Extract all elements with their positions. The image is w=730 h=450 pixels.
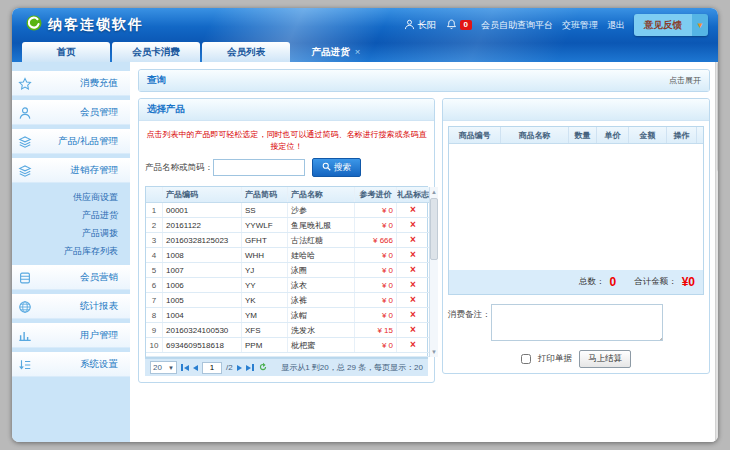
product-cell: SS: [242, 203, 288, 217]
product-cell: 泳圈: [288, 263, 355, 277]
cart-body: 商品编号商品名称数量单价金额操作 总数： 0 合计金额： ¥0 消费: [443, 120, 709, 373]
product-table: 产品编码产品简码产品名称参考进价礼品标志100001SS沙参¥ 0×220161…: [145, 186, 428, 358]
gift-flag-cell: ×: [397, 278, 429, 292]
sidebar-item-6[interactable]: 用户管理: [12, 323, 130, 348]
instruction-text: 点击列表中的产品即可轻松选定，同时也可以通过简码、名称进行搜索或条码直接定位！: [145, 129, 428, 153]
feedback-button[interactable]: 意见反馈 ▼: [634, 14, 708, 36]
checkout-button[interactable]: 马上结算: [579, 350, 631, 368]
product-cell: 00001: [163, 203, 242, 217]
product-cell: 1008: [163, 248, 242, 262]
prev-page-button[interactable]: [193, 365, 198, 371]
search-input[interactable]: [213, 159, 305, 176]
gift-flag-cell: ×: [397, 323, 429, 337]
cart-column-header: 金额: [629, 127, 667, 143]
sidebar-item-label: 产品/礼品管理: [38, 135, 130, 148]
main-area: 查询 点击展开 选择产品 点击列表中的产品即可轻松选定，同时也可以通过简码、名称…: [130, 62, 715, 442]
first-page-button[interactable]: [181, 364, 189, 371]
search-icon: [322, 162, 331, 173]
cart-panel: 商品编号商品名称数量单价金额操作 总数： 0 合计金额： ¥0 消费: [442, 98, 710, 374]
sidebar-item-0[interactable]: 消费充值: [12, 71, 130, 96]
query-panel: 查询 点击展开: [138, 69, 710, 92]
product-cell: 20161122: [163, 218, 242, 232]
product-row-4[interactable]: 41008WHH娃哈哈¥ 0×: [146, 248, 429, 263]
product-cell: 1006: [163, 278, 242, 292]
column-header: 产品名称: [288, 187, 355, 202]
product-cell: ¥ 0: [355, 203, 397, 217]
product-row-6[interactable]: 61006YY泳衣¥ 0×: [146, 278, 429, 293]
logo-area: 纳客连锁软件: [26, 15, 144, 35]
app-title: 纳客连锁软件: [48, 16, 144, 34]
sidebar-item-3[interactable]: 进销存管理: [12, 158, 130, 183]
submenu-item-0[interactable]: 供应商设置: [12, 188, 130, 206]
column-header: 产品编码: [163, 187, 242, 202]
nav-link-shift-manage[interactable]: 交班管理: [562, 19, 598, 32]
product-cell: ¥ 0: [355, 308, 397, 322]
print-receipt-checkbox[interactable]: [521, 354, 531, 364]
tab-close-icon[interactable]: ×: [355, 46, 361, 57]
current-user[interactable]: 长阳: [404, 19, 437, 32]
submenu-item-3[interactable]: 产品库存列表: [12, 242, 130, 260]
submenu-item-1[interactable]: 产品进货: [12, 206, 130, 224]
product-cell: ¥ 0: [355, 338, 397, 352]
star-icon: [12, 77, 38, 91]
scroll-thumb[interactable]: [430, 198, 438, 260]
product-cell: 8: [146, 308, 163, 322]
sidebar-item-7[interactable]: 系统设置: [12, 352, 130, 377]
sidebar-item-1[interactable]: 会员管理: [12, 100, 130, 125]
page-number-input[interactable]: [202, 362, 222, 374]
notification-area[interactable]: 0: [446, 19, 472, 32]
query-panel-header[interactable]: 查询 点击展开: [139, 70, 709, 91]
last-page-button[interactable]: [246, 364, 254, 371]
sidebar-item-2[interactable]: 产品/礼品管理: [12, 129, 130, 154]
page-scrollbar[interactable]: [715, 62, 718, 442]
nav-link-logout[interactable]: 退出: [607, 19, 625, 32]
layers-icon: [12, 164, 38, 178]
product-cell: 6934609518618: [163, 338, 242, 352]
cart-header-filler: [697, 127, 703, 143]
next-page-button[interactable]: [237, 365, 242, 371]
nav-link-self-service[interactable]: 会员自助查询平台: [481, 19, 553, 32]
search-button[interactable]: 搜索: [312, 158, 361, 177]
print-receipt-label: 打印单据: [538, 353, 572, 365]
sidebar-item-label: 用户管理: [38, 329, 130, 342]
product-cell: 10: [146, 338, 163, 352]
scroll-up-icon[interactable]: ▲: [431, 187, 437, 197]
product-row-7[interactable]: 71005YK泳裤¥ 0×: [146, 293, 429, 308]
search-row: 产品名称或简码： 搜索: [145, 158, 428, 177]
remark-row: 消费备注：: [448, 304, 704, 341]
total-amount-label: 合计金额：: [634, 276, 677, 288]
product-row-10[interactable]: 106934609518618PPM枇杷蜜¥ 0×: [146, 338, 429, 353]
submenu-item-2[interactable]: 产品调拨: [12, 224, 130, 242]
cart-column-header: 数量: [569, 127, 597, 143]
top-right-nav: 长阳 0 会员自助查询平台 交班管理 退出 意见反馈 ▼: [404, 14, 708, 36]
product-row-9[interactable]: 920160324100530XFS洗发水¥ 15×: [146, 323, 429, 338]
column-header: [146, 187, 163, 202]
sidebar-item-4[interactable]: 会员营销: [12, 265, 130, 290]
table-scrollbar[interactable]: ▲ ▼: [429, 187, 438, 357]
product-row-8[interactable]: 81004YM泳帽¥ 0×: [146, 308, 429, 323]
product-row-1[interactable]: 100001SS沙参¥ 0×: [146, 203, 429, 218]
cart-table-header: 商品编号商品名称数量单价金额操作: [449, 127, 703, 144]
sidebar-item-5[interactable]: 统计报表: [12, 294, 130, 319]
scroll-down-icon[interactable]: ▼: [431, 347, 437, 357]
tab-bar: 首页会员卡消费会员列表产品进货×: [22, 42, 380, 62]
totals-bar: 总数： 0 合计金额： ¥0: [449, 270, 703, 294]
product-cell: YM: [242, 308, 288, 322]
expand-toggle[interactable]: 点击展开: [669, 75, 701, 86]
refresh-icon[interactable]: [258, 362, 268, 374]
page-scroll-thumb[interactable]: [717, 62, 718, 172]
page-size-select[interactable]: 20 ▼: [150, 361, 177, 374]
gift-flag-cell: ×: [397, 308, 429, 322]
product-cell: YYWLF: [242, 218, 288, 232]
pagination-bar: 20 ▼ /2 显示从1 到20，总: [145, 358, 428, 376]
product-row-3[interactable]: 320160328125023GFHT古法红糖¥ 666×: [146, 233, 429, 248]
product-row-5[interactable]: 51007YJ泳圈¥ 0×: [146, 263, 429, 278]
sidebar-item-label: 会员营销: [38, 271, 130, 284]
tab-3[interactable]: 产品进货×: [292, 42, 380, 62]
tab-0[interactable]: 首页: [22, 42, 110, 62]
tab-2[interactable]: 会员列表: [202, 42, 290, 62]
tab-1[interactable]: 会员卡消费: [112, 42, 200, 62]
product-row-2[interactable]: 220161122YYWLF鱼尾晚礼服¥ 0×: [146, 218, 429, 233]
remark-textarea[interactable]: [491, 304, 663, 341]
total-count-value: 0: [609, 275, 616, 289]
